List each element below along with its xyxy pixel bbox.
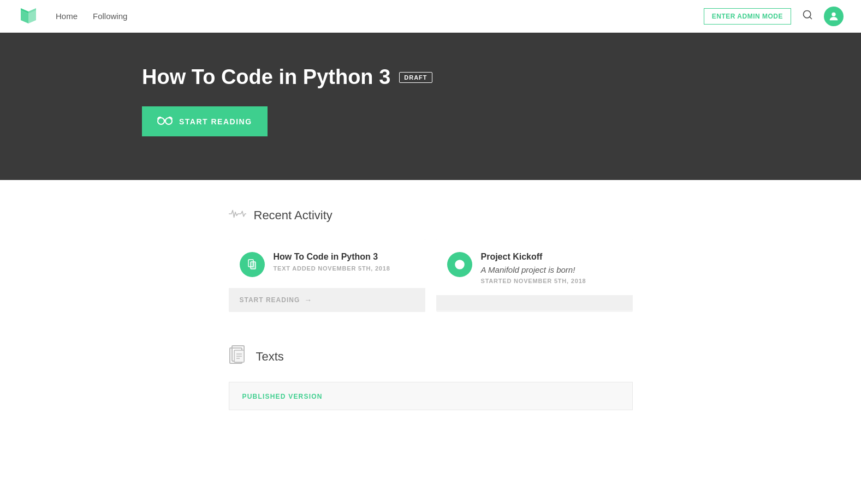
start-reading-label: START READING xyxy=(179,117,252,126)
hero-title-text: How To Code in Python 3 xyxy=(142,65,390,89)
activity-card-2-body: Project Kickoff A Manifold project is bo… xyxy=(436,239,633,295)
texts-section-header: Texts xyxy=(229,345,633,369)
enter-admin-button[interactable]: ENTER ADMIN MODE xyxy=(704,8,791,25)
activity-card-1-icon xyxy=(240,252,265,277)
hero-title: How To Code in Python 3 DRAFT xyxy=(142,65,719,89)
logo[interactable] xyxy=(17,6,38,27)
activity-card-2-description: A Manifold project is born! xyxy=(481,265,622,274)
glasses-icon xyxy=(157,115,173,128)
activity-card-1-footer[interactable]: START READING → xyxy=(229,288,425,312)
user-avatar[interactable] xyxy=(824,7,844,26)
activity-waveform-icon xyxy=(229,207,246,224)
activity-card-1-footer-link[interactable]: START READING xyxy=(240,296,300,304)
svg-point-7 xyxy=(832,12,835,16)
activity-card-1: How To Code in Python 3 TEXT ADDED NOVEM… xyxy=(229,239,425,312)
activity-card-1-title: How To Code in Python 3 xyxy=(274,252,414,262)
search-icon[interactable] xyxy=(802,9,813,23)
navbar: Home Following ENTER ADMIN MODE xyxy=(0,0,861,33)
recent-activity-header: Recent Activity xyxy=(229,207,633,224)
texts-icon xyxy=(229,345,248,369)
start-reading-button[interactable]: START READING xyxy=(142,106,268,136)
svg-point-13 xyxy=(459,261,460,262)
home-link[interactable]: Home xyxy=(56,11,78,21)
activity-card-2-subtitle: STARTED NOVEMBER 5TH, 2018 xyxy=(481,278,622,284)
activity-card-1-info: How To Code in Python 3 TEXT ADDED NOVEM… xyxy=(274,252,414,272)
activity-card-1-subtitle: TEXT ADDED NOVEMBER 5TH, 2018 xyxy=(274,265,414,272)
svg-line-6 xyxy=(810,17,812,19)
draft-badge: DRAFT xyxy=(399,72,432,83)
activity-cards: How To Code in Python 3 TEXT ADDED NOVEM… xyxy=(229,239,633,312)
navbar-links: Home Following xyxy=(56,11,704,21)
svg-rect-11 xyxy=(251,262,256,269)
published-version-bar[interactable]: PUBLISHED VERSION xyxy=(229,382,633,410)
navbar-actions: ENTER ADMIN MODE xyxy=(704,7,844,26)
main-content: Recent Activity How To Code in Python 3 … xyxy=(218,180,644,432)
activity-card-2-footer xyxy=(436,295,633,310)
svg-point-9 xyxy=(165,118,172,124)
activity-card-2: Project Kickoff A Manifold project is bo… xyxy=(436,239,633,312)
arrow-right-icon: → xyxy=(304,296,312,304)
activity-card-2-title: Project Kickoff xyxy=(481,252,622,262)
activity-card-1-body: How To Code in Python 3 TEXT ADDED NOVEM… xyxy=(229,239,425,288)
activity-card-2-info: Project Kickoff A Manifold project is bo… xyxy=(481,252,622,284)
activity-card-2-icon xyxy=(447,252,472,277)
published-version-label: PUBLISHED VERSION xyxy=(242,393,323,400)
svg-point-8 xyxy=(158,118,164,124)
recent-activity-title: Recent Activity xyxy=(254,208,332,223)
texts-section-title: Texts xyxy=(256,350,284,364)
following-link[interactable]: Following xyxy=(93,11,127,21)
hero-section: How To Code in Python 3 DRAFT START READ… xyxy=(0,33,861,180)
